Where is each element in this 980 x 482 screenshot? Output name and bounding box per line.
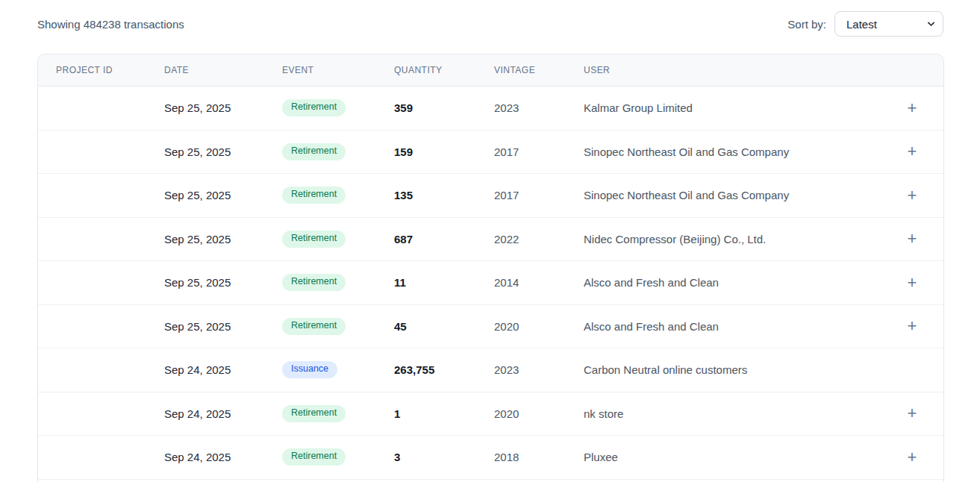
cell-event: Retirement: [264, 318, 376, 335]
table-body: Sep 25, 2025 Retirement 359 2023 Kalmar …: [38, 87, 943, 482]
expand-row-button[interactable]: +: [901, 402, 923, 425]
table-row: Sep 25, 2025 Retirement 11 2014 Alsco an…: [38, 261, 943, 305]
cell-actions: +: [881, 402, 943, 425]
table-row: Sep 24, 2025 Retirement 1 2020 nk store …: [38, 392, 943, 436]
cell-actions: +: [881, 97, 943, 119]
sort-control: Sort by: Latest: [787, 11, 943, 37]
cell-vintage: 2023: [476, 101, 566, 114]
cell-date: Sep 25, 2025: [146, 145, 264, 158]
cell-vintage: 2014: [476, 276, 566, 289]
plus-icon: +: [908, 100, 917, 116]
event-badge: Retirement: [282, 274, 346, 291]
expand-row-button[interactable]: +: [901, 97, 923, 119]
event-badge: Retirement: [282, 143, 346, 160]
cell-quantity: 263,755: [376, 363, 476, 376]
cell-actions: +: [881, 140, 943, 163]
column-header-user: USER: [566, 65, 881, 75]
cell-vintage: 2017: [476, 189, 566, 201]
plus-icon: +: [908, 187, 917, 204]
table-header-row: PROJECT ID DATE EVENT QUANTITY VINTAGE U…: [38, 54, 943, 87]
cell-date: Sep 25, 2025: [146, 233, 264, 245]
column-header-date: DATE: [146, 65, 264, 75]
cell-event: Retirement: [264, 231, 376, 248]
cell-user: Pluxee: [566, 451, 881, 463]
event-badge: Retirement: [282, 318, 346, 335]
table-row: Sep 25, 2025 Retirement 45 2020 Alsco an…: [38, 305, 943, 349]
table-row: Sep 25, 2025 Retirement 359 2023 Kalmar …: [38, 87, 943, 131]
cell-event: Retirement: [264, 143, 376, 160]
expand-row-button[interactable]: +: [901, 184, 923, 207]
cell-event: Retirement: [264, 99, 376, 116]
cell-event: Retirement: [264, 274, 376, 291]
column-header-vintage: VINTAGE: [476, 65, 566, 75]
event-badge: Retirement: [282, 231, 346, 248]
cell-quantity: 159: [376, 145, 476, 158]
cell-vintage: 2020: [476, 320, 566, 333]
cell-actions: +: [881, 315, 943, 337]
cell-vintage: 2018: [476, 451, 566, 463]
cell-vintage: 2017: [476, 145, 566, 158]
cell-date: Sep 24, 2025: [146, 363, 264, 376]
cell-quantity: 45: [376, 320, 476, 333]
cell-user: Sinopec Northeast Oil and Gas Company: [566, 145, 881, 158]
cell-date: Sep 25, 2025: [146, 101, 264, 114]
cell-event: Issuance: [264, 361, 376, 378]
cell-quantity: 135: [376, 189, 476, 201]
plus-icon: +: [908, 143, 917, 160]
cell-vintage: 2022: [476, 233, 566, 245]
cell-actions: +: [881, 184, 943, 207]
expand-row-button[interactable]: +: [901, 315, 923, 337]
cell-date: Sep 25, 2025: [146, 189, 264, 201]
plus-icon: +: [908, 318, 917, 334]
plus-icon: +: [908, 405, 917, 422]
cell-date: Sep 24, 2025: [146, 407, 264, 420]
table-row: Sep 25, 2025 Retirement 159 2017 Sinopec…: [38, 131, 943, 175]
transactions-count: Showing 484238 transactions: [37, 18, 184, 31]
sort-select-wrap: Latest: [834, 11, 943, 37]
event-badge: Retirement: [282, 99, 346, 116]
cell-user: nk store: [566, 407, 881, 420]
cell-actions: +: [881, 272, 943, 294]
column-header-project-id: PROJECT ID: [38, 65, 146, 75]
cell-date: Sep 25, 2025: [146, 320, 264, 333]
cell-event: Retirement: [264, 405, 376, 422]
cell-user: Alsco and Fresh and Clean: [566, 276, 881, 289]
plus-icon: +: [908, 449, 917, 466]
cell-quantity: 1: [376, 407, 476, 420]
cell-user: Carbon Neutral online customers: [566, 363, 881, 376]
plus-icon: +: [908, 275, 917, 291]
cell-vintage: 2023: [476, 363, 566, 376]
cell-event: Retirement: [264, 187, 376, 204]
event-badge: Retirement: [282, 405, 346, 422]
transactions-table: PROJECT ID DATE EVENT QUANTITY VINTAGE U…: [37, 54, 944, 482]
plus-icon: +: [908, 231, 917, 247]
topbar: Showing 484238 transactions Sort by: Lat…: [37, 11, 943, 37]
cell-actions: +: [881, 228, 943, 250]
column-header-quantity: QUANTITY: [376, 65, 476, 75]
event-badge: Retirement: [282, 448, 346, 466]
table-row: Sep 25, 2025 Retirement 135 2017 Sinopec…: [38, 174, 943, 218]
cell-event: Retirement: [264, 448, 376, 466]
expand-row-button[interactable]: +: [901, 446, 923, 469]
event-badge: Retirement: [282, 187, 346, 204]
table-row: Sep 24, 2025 Retirement 3 2018 Pluxee +: [38, 436, 943, 480]
cell-quantity: 3: [376, 451, 476, 463]
cell-user: Sinopec Northeast Oil and Gas Company: [566, 189, 881, 201]
table-row: Sep 24, 2025 Issuance 263,755 2023 Carbo…: [38, 348, 943, 392]
cell-user: Nidec Compressor (Beijing) Co., Ltd.: [566, 233, 881, 245]
expand-row-button[interactable]: +: [901, 228, 923, 250]
cell-quantity: 359: [376, 101, 476, 114]
cell-vintage: 2020: [476, 407, 566, 420]
table-row: Sep 25, 2025 Retirement 687 2022 Nidec C…: [38, 218, 943, 262]
expand-row-button[interactable]: +: [901, 272, 923, 294]
transactions-page: Showing 484238 transactions Sort by: Lat…: [0, 0, 980, 482]
cell-date: Sep 25, 2025: [146, 276, 264, 289]
table-row-partial: [38, 480, 943, 482]
expand-row-button[interactable]: +: [901, 140, 923, 163]
cell-quantity: 11: [376, 276, 476, 289]
sort-select[interactable]: Latest: [834, 11, 943, 37]
event-badge: Issuance: [282, 361, 337, 378]
cell-quantity: 687: [376, 233, 476, 245]
cell-user: Kalmar Group Limited: [566, 101, 881, 114]
sort-by-label: Sort by:: [787, 18, 826, 31]
